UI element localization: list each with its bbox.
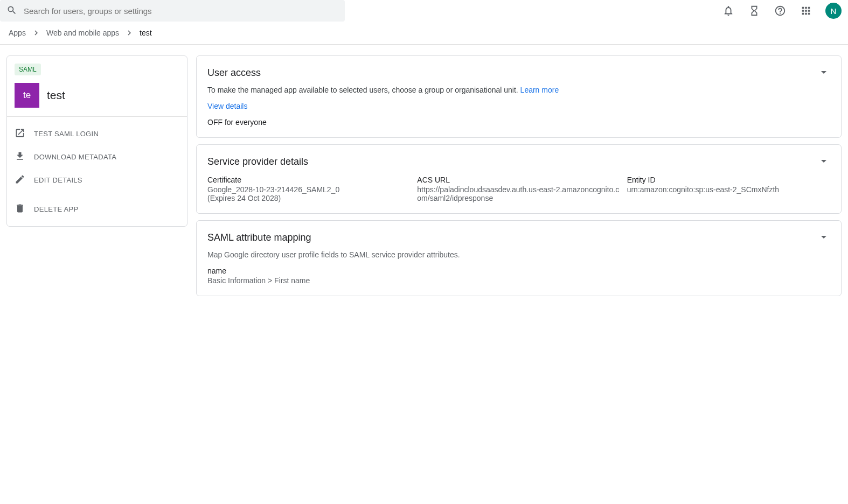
topbar-right: N [722, 3, 842, 19]
user-access-panel[interactable]: User access To make the managed app avai… [196, 55, 842, 138]
download-metadata-button[interactable]: DOWNLOAD METADATA [7, 145, 187, 169]
action-label: EDIT DETAILS [34, 176, 82, 184]
app-icon: te [15, 83, 39, 108]
action-label: DOWNLOAD METADATA [34, 153, 116, 161]
panel-title: Service provider details [207, 156, 308, 167]
chevron-right-icon [124, 28, 134, 38]
delete-app-button[interactable]: DELETE APP [7, 195, 187, 221]
action-list: TEST SAML LOGIN DOWNLOAD METADATA EDIT D… [7, 117, 187, 226]
edit-details-button[interactable]: EDIT DETAILS [7, 169, 187, 192]
certificate-value: Google_2028-10-23-214426_SAML2_0 [207, 185, 411, 194]
attribute-mapping: Basic Information > First name [207, 276, 830, 285]
help-icon[interactable] [774, 4, 787, 17]
user-access-status: OFF for everyone [207, 118, 830, 127]
entity-value: urn:amazon:cognito:sp:us-east-2_SCmxNfzt… [627, 185, 830, 194]
saml-mapping-description: Map Google directory user profile fields… [207, 250, 830, 259]
view-details-link[interactable]: View details [207, 102, 830, 110]
apps-icon[interactable] [800, 4, 812, 17]
download-icon [15, 151, 25, 163]
chevron-down-icon[interactable] [817, 66, 830, 80]
acs-url-col: ACS URL https://paladincloudsaasdev.auth… [417, 176, 620, 202]
breadcrumb-web-mobile[interactable]: Web and mobile apps [46, 29, 119, 37]
open-in-new-icon [15, 128, 25, 140]
desc-text: To make the managed app available to sel… [207, 86, 520, 94]
learn-more-link[interactable]: Learn more [520, 86, 559, 94]
breadcrumb-apps[interactable]: Apps [9, 29, 26, 37]
notifications-icon[interactable] [722, 4, 735, 17]
certificate-col: Certificate Google_2028-10-23-214426_SAM… [207, 176, 411, 202]
entity-label: Entity ID [627, 176, 830, 184]
saml-badge: SAML [15, 64, 41, 75]
panel-title: SAML attribute mapping [207, 232, 311, 243]
action-label: TEST SAML LOGIN [34, 130, 99, 138]
search-box[interactable] [0, 0, 345, 22]
app-side-card: SAML te test TEST SAML LOGIN DOWNLOAD ME… [6, 55, 187, 227]
user-access-description: To make the managed app available to sel… [207, 86, 830, 94]
certificate-label: Certificate [207, 176, 411, 184]
avatar[interactable]: N [825, 3, 842, 19]
attribute-name: name [207, 267, 830, 275]
acs-value: https://paladincloudsaasdev.auth.us-east… [417, 185, 620, 202]
topbar: N [0, 0, 848, 22]
search-icon [6, 5, 24, 17]
main-column: User access To make the managed app avai… [196, 55, 842, 296]
breadcrumb-current: test [140, 29, 152, 37]
breadcrumb: Apps Web and mobile apps test [0, 22, 848, 45]
entity-id-col: Entity ID urn:amazon:cognito:sp:us-east-… [627, 176, 830, 202]
acs-label: ACS URL [417, 176, 620, 184]
test-saml-login-button[interactable]: TEST SAML LOGIN [7, 122, 187, 145]
saml-mapping-panel[interactable]: SAML attribute mapping Map Google direct… [196, 220, 842, 296]
app-name: test [47, 89, 65, 102]
chevron-down-icon[interactable] [817, 155, 830, 169]
content: SAML te test TEST SAML LOGIN DOWNLOAD ME… [0, 45, 848, 307]
chevron-right-icon [31, 28, 41, 38]
chevron-down-icon[interactable] [817, 230, 830, 245]
action-label: DELETE APP [34, 205, 78, 213]
search-input[interactable] [24, 6, 338, 16]
hourglass-icon[interactable] [748, 4, 761, 17]
certificate-expiry: (Expires 24 Oct 2028) [207, 194, 411, 202]
trash-icon [15, 203, 25, 215]
pencil-icon [15, 174, 25, 186]
service-provider-panel[interactable]: Service provider details Certificate Goo… [196, 144, 842, 214]
panel-title: User access [207, 67, 261, 79]
